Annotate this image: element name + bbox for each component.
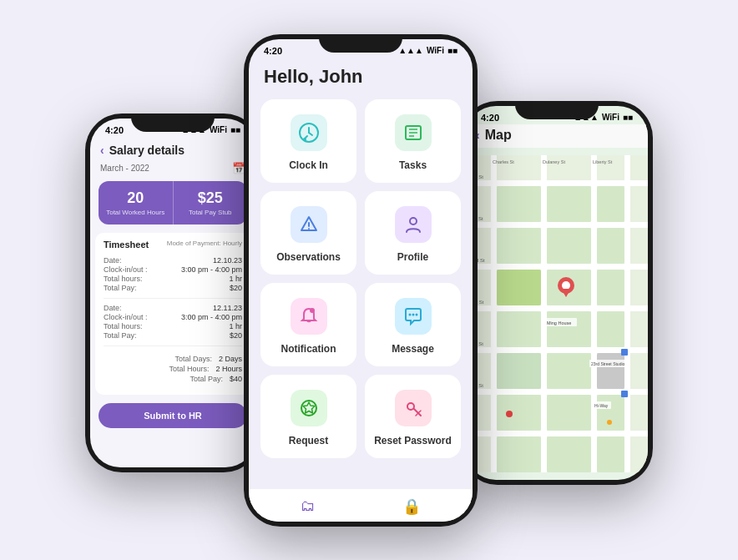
center-status-icons: ▲▲▲ WiFi ■■ [398,46,457,55]
pay-label: Total Pay Stub [180,209,241,216]
clock-in-icon [291,114,327,151]
date-range: March - 2022 [100,164,149,173]
message-icon [395,298,432,335]
salary-header: ‹ Salary details [90,137,255,160]
timesheet-mode: Mode of Payment: Hourly [167,240,242,250]
main-screen: 4:20 ▲▲▲ WiFi ■■ Hello, John [249,39,473,522]
svg-text:Liberty St: Liberty St [593,159,613,164]
map-screen: 4:20 ▲▲▲ WiFi ■■ ‹ Map [466,106,648,480]
nav-lock[interactable]: 🔒 [397,496,426,518]
svg-rect-48 [547,436,591,472]
right-phone-notch [515,101,599,119]
svg-rect-41 [497,353,541,389]
svg-text:Dulaney St: Dulaney St [543,159,565,164]
request-icon [291,390,327,426]
svg-text:Charles St: Charles St [493,159,514,164]
hours-label-1: Total hours: [104,275,143,283]
observations-label: Observations [276,251,341,263]
request-card[interactable]: Request [260,375,356,458]
main-grid: Clock In Tasks [249,99,473,458]
notification-label: Notification [281,343,336,355]
svg-point-60 [562,281,570,290]
back-arrow-icon[interactable]: ‹ [100,144,104,157]
tasks-label: Tasks [399,159,427,171]
clock-in-label: Clock In [289,159,328,171]
date-val-2: 12.11.23 [213,304,242,312]
center-phone-notch [319,34,402,53]
tasks-card[interactable]: Tasks [365,99,461,183]
svg-text:Hi-Way: Hi-Way [594,403,609,408]
total-days: 2 Days [219,355,242,363]
lock-icon: 🔒 [402,497,421,516]
message-card[interactable]: Message [365,283,461,366]
pay-val-2: $20 [230,331,242,340]
svg-point-16 [407,403,414,410]
request-label: Request [289,435,328,446]
timesheet-entry-1: Date: 12.10.23 Clock-in/out : 3:00 pm - … [104,256,242,299]
message-label: Message [392,343,434,355]
home-icon: 🗂 [301,497,316,515]
total-pay: $40 [230,375,242,383]
svg-rect-30 [547,186,591,222]
map-header: ‹ Map [466,124,648,148]
observations-icon [291,206,327,243]
svg-point-9 [308,228,310,230]
center-phone: 4:20 ▲▲▲ WiFi ■■ Hello, John [244,34,478,527]
salary-screen: 4:20 ▲▲▲ WiFi ■■ ‹ Salary details March … [90,119,255,467]
pay-number: $25 [180,189,241,207]
date-label-2: Date: [104,304,122,312]
scene: 4:20 ▲▲▲ WiFi ■■ ‹ Salary details March … [0,0,738,560]
notification-card[interactable]: Notification [260,283,356,366]
pay-label-2: Total Pay: [104,331,137,340]
pay-label-1: Total Pay: [104,284,137,292]
left-status-time: 4:20 [105,125,124,135]
svg-text:Ming House: Ming House [547,320,571,325]
svg-point-10 [410,218,417,225]
svg-rect-43 [597,353,624,389]
date-label-1: Date: [104,256,122,265]
notification-icon [291,298,327,335]
profile-label: Profile [397,251,428,263]
timesheet-section: Timesheet Mode of Payment: Hourly Date: … [95,233,250,395]
svg-rect-26 [541,155,547,472]
svg-rect-68 [621,349,628,356]
svg-rect-39 [547,311,591,347]
svg-rect-38 [497,311,541,347]
clock-in-card[interactable]: Clock In [260,99,356,183]
reset-password-label: Reset Password [374,435,452,446]
submit-hr-button[interactable]: Submit to HR [99,403,247,428]
clock-label-1: Clock-in/out : [104,265,148,274]
hours-val-1: 1 hr [229,275,242,283]
timesheet-entry-2: Date: 12.11.23 Clock-in/out : 3:00 pm - … [104,304,242,346]
hours-stat: 20 Total Worked Hours [99,181,174,225]
svg-point-71 [607,420,612,425]
observations-card[interactable]: Observations [260,191,356,275]
right-status-time: 4:20 [481,113,499,123]
clock-val-2: 3:00 pm - 4:00 pm [181,313,242,321]
svg-line-2 [309,133,312,135]
svg-rect-27 [591,155,597,472]
timesheet-totals: Total Days: 2 Days Total Hours: 2 Hours … [104,351,242,388]
clock-val-1: 3:00 pm - 4:00 pm [181,265,242,274]
svg-rect-69 [621,391,628,397]
greeting: Hello, John [249,58,473,99]
profile-icon [395,206,432,243]
date-row: March - 2022 📅 [90,160,255,181]
svg-rect-33 [547,228,591,264]
svg-rect-28 [624,155,630,472]
svg-point-11 [310,308,315,313]
reset-password-card[interactable]: Reset Password [365,375,461,458]
map-body: 20th St 21st St 22nd St 23rd St 24th St … [466,148,648,480]
nav-home[interactable]: 🗂 [296,496,321,517]
svg-rect-32 [497,228,541,264]
total-hours: 2 Hours [215,365,242,373]
left-phone-notch [131,114,215,132]
svg-text:23rd Street Studio: 23rd Street Studio [591,361,625,366]
svg-rect-31 [597,186,624,222]
map-svg: 20th St 21st St 22nd St 23rd St 24th St … [466,148,648,480]
pay-val-1: $20 [230,284,242,292]
profile-card[interactable]: Profile [365,191,461,275]
hours-val-2: 1 hr [229,322,242,330]
svg-point-14 [415,313,417,315]
salary-title: Salary details [109,144,184,157]
